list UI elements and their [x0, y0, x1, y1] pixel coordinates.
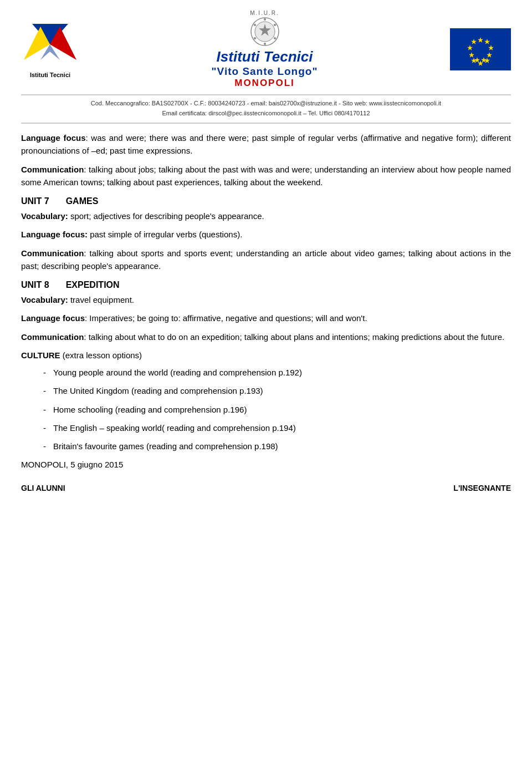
unit8-comm-label: Communication [21, 332, 84, 342]
unit7-vocab-para: Vocabulary: sport; adjectives for descri… [21, 210, 511, 222]
lang-focus-1-text: : was and were; there was and there were… [21, 133, 511, 155]
eu-flag-svg [450, 28, 511, 70]
unit7-comm-label: Communication [21, 248, 84, 258]
unit8-label: UNIT 8 [21, 280, 49, 290]
footer-right: L'INSEGNANTE [453, 484, 511, 492]
footer-date: MONOPOLI, 5 giugno 2015 [21, 458, 511, 471]
culture-heading-para: CULTURE (extra lesson options) [21, 349, 511, 362]
culture-label: CULTURE [21, 350, 60, 360]
culture-item-4: The English – speaking world( reading an… [43, 421, 511, 434]
unit8-comm-text: : talking about what to do on an expedit… [84, 332, 504, 342]
section-unit8-lang: Language focus: Imperatives; be going to… [21, 312, 511, 324]
footer-section: GLI ALUNNI L'INSEGNANTE [21, 484, 511, 492]
comm-1-label: Communication [21, 165, 84, 174]
unit8-vocab-label: Vocabulary: [21, 295, 68, 304]
unit8-vocab-para: Vocabulary: travel equipment. [21, 293, 511, 306]
unit7-vocab-label: Vocabulary: [21, 211, 68, 221]
culture-item-3: Home schooling (reading and comprehensio… [43, 403, 511, 416]
unit8-comm-para: Communication: talking about what to do … [21, 331, 511, 343]
lang-focus-1-label: Language focus [21, 133, 86, 143]
eu-flag-container [450, 28, 511, 70]
svg-point-11 [264, 43, 266, 45]
unit7-lang-para: Language focus: past simple of irregular… [21, 228, 511, 241]
section-culture: CULTURE (extra lesson options) Young peo… [21, 349, 511, 453]
svg-point-8 [264, 18, 266, 21]
section-unit7-lang: Language focus: past simple of irregular… [21, 228, 511, 241]
header: Istituti Tecnici M.I.U.R. Istituti Tecni… [21, 10, 511, 95]
header-info: Cod. Meccanografico: BA1S02700X - C.F.: … [21, 99, 511, 124]
school-city: MONOPOLI [234, 78, 295, 89]
culture-list: Young people around the world (reading a… [43, 366, 511, 453]
school-name-quotes: "Vito Sante Longo" [212, 65, 318, 78]
school-name-main: Istituti Tecnici [217, 48, 313, 65]
section-unit8-comm: Communication: talking about what to do … [21, 331, 511, 343]
unit7-lang-label: Language focus: [21, 230, 88, 239]
header-center: M.I.U.R. Istituti Tecnici "Vito Sante Lo… [79, 10, 450, 89]
unit8-lang-label: Language focus [21, 313, 85, 323]
section-unit8-vocab: Vocabulary: travel equipment. [21, 293, 511, 306]
unit7-heading: UNIT 7 GAMES [21, 196, 511, 206]
section-communication-1: Communication: talking about jobs; talki… [21, 163, 511, 189]
unit7-comm-para: Communication: talking about sports and … [21, 247, 511, 273]
comm-1-para: Communication: talking about jobs; talki… [21, 163, 511, 189]
iiss-logo: Istituti Tecnici [21, 21, 79, 78]
svg-point-12 [254, 37, 256, 39]
unit8-lang-para: Language focus: Imperatives; be going to… [21, 312, 511, 324]
culture-item-5: Britain's favourite games (reading and c… [43, 440, 511, 453]
page: Istituti Tecnici M.I.U.R. Istituti Tecni… [0, 0, 532, 757]
footer-left-label: GLI ALUNNI [21, 484, 65, 492]
unit7-comm-text: : talking about sports and sports event;… [21, 248, 511, 271]
comm-1-text: : talking about jobs; talking about the … [21, 165, 511, 187]
header-info-line2: Email certificata: dirscol@pec.iisstecni… [21, 109, 511, 119]
footer-left: GLI ALUNNI [21, 484, 65, 492]
unit7-label: UNIT 7 [21, 196, 49, 206]
unit7-vocab-text: sport; adjectives for describing people'… [68, 211, 264, 221]
culture-item-1: Young people around the world (reading a… [43, 366, 511, 379]
miur-label: M.I.U.R. [250, 10, 279, 16]
unit8-lang-text: : Imperatives; be going to: affirmative,… [85, 313, 367, 323]
section-unit7-vocab: Vocabulary: sport; adjectives for descri… [21, 210, 511, 222]
section-language-focus-1: Language focus: was and were; there was … [21, 131, 511, 158]
header-info-line1: Cod. Meccanografico: BA1S02700X - C.F.: … [21, 99, 511, 109]
svg-point-13 [254, 24, 256, 26]
unit8-heading: UNIT 8 EXPEDITION [21, 280, 511, 290]
footer-right-label: L'INSEGNANTE [453, 484, 511, 492]
unit8-vocab-text: travel equipment. [68, 295, 134, 304]
svg-point-9 [274, 24, 276, 26]
lang-focus-1-para: Language focus: was and were; there was … [21, 131, 511, 158]
culture-item-2: The United Kingdom (reading and comprehe… [43, 384, 511, 397]
unit7-lang-text: past simple of irregular verbs (question… [88, 230, 242, 239]
unit7-title: GAMES [66, 196, 99, 206]
miur-emblem [250, 17, 279, 46]
culture-sub: (extra lesson options) [60, 350, 142, 360]
footer-date-section: MONOPOLI, 5 giugno 2015 [21, 458, 511, 471]
unit8-title: EXPEDITION [66, 280, 120, 290]
svg-point-10 [274, 37, 276, 39]
iiss-label: Istituti Tecnici [30, 72, 70, 78]
section-unit7-comm: Communication: talking about sports and … [21, 247, 511, 273]
iiss-logo-svg [21, 21, 79, 70]
